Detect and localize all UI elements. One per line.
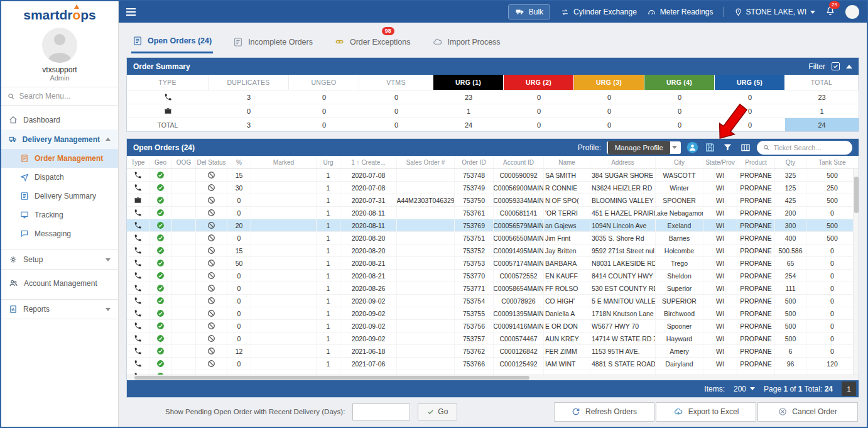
vertical-scrollbar[interactable] [853, 169, 859, 375]
tracking-monitor-icon [20, 211, 29, 219]
ticket-search[interactable] [757, 141, 852, 155]
orders-column-header[interactable]: Sales Order # [397, 156, 455, 168]
orders-column-header[interactable]: Product [737, 156, 775, 168]
order-cell-marked [251, 320, 317, 332]
bulk-button[interactable]: Bulk [508, 4, 550, 19]
order-row[interactable]: 012020-07-31A44M2303T046329753750C000593… [127, 194, 859, 207]
orders-column-header[interactable]: % [227, 156, 251, 168]
order-row[interactable]: 012020-09-02753757C000574467AUN KREY1471… [127, 332, 859, 345]
horizontal-scrollbar-thumb[interactable] [134, 376, 529, 380]
order-cell-qty: 200 [775, 207, 806, 219]
sidebar-item-dashboard[interactable]: Dashboard [1, 111, 118, 129]
pending-days-input[interactable] [352, 403, 410, 420]
order-cell-del_status [196, 370, 227, 375]
order-cell-sales_order [397, 370, 455, 375]
order-row[interactable]: 012021-07-06753766C000125492IAM WINT4881… [127, 358, 859, 370]
sidebar-item-reports[interactable]: Reports [1, 299, 118, 319]
order-row[interactable]: 012020-08-21753770C000572552EN KAUFF8414… [127, 270, 859, 282]
order-row[interactable]: 012020-09-02753754C00078926CO HIGH'5 E M… [127, 295, 859, 307]
sidebar-item-setup[interactable]: Setup [1, 250, 118, 270]
order-cell-del_status [196, 207, 227, 219]
export-to-excel-button[interactable]: Export to Excel [656, 402, 756, 422]
order-row[interactable]: 012020-08-26753771C00058654MAINFF ROLSO5… [127, 282, 859, 295]
filter-checkbox[interactable] [832, 62, 840, 70]
orders-column-header[interactable]: Geo [149, 156, 172, 168]
orders-column-header[interactable]: State/Prov [703, 156, 737, 168]
menu-search-input[interactable] [19, 92, 112, 101]
order-row[interactable]: 2012020-08-11753769C00056579MAINan Gajew… [127, 219, 859, 232]
cancel-order-button[interactable]: Cancel Order [757, 402, 858, 422]
order-cell-qty: 6 [775, 345, 806, 357]
meter-readings-button[interactable]: Meter Readings [647, 8, 713, 16]
refresh-orders-button[interactable]: Refresh Orders [554, 402, 654, 422]
menu-search[interactable] [1, 87, 118, 106]
horizontal-scrollbar[interactable] [127, 375, 859, 380]
order-row[interactable]: 1512020-08-20753752C00091495MAINJay Brit… [127, 244, 859, 257]
order-row[interactable]: 012020-08-11753761C000581141'OR TERRI451… [127, 207, 859, 219]
manage-profile-button[interactable] [686, 141, 698, 153]
location-selector[interactable]: STONE LAKE, WI [734, 8, 815, 16]
orders-column-header[interactable]: Type [127, 156, 149, 168]
order-cell-geo [149, 345, 172, 357]
order-row[interactable]: 3012020-07-08753749C00056900MAINR CONNIE… [127, 182, 859, 194]
tab-incomplete-orders[interactable]: Incomplete Orders [232, 31, 314, 53]
tab-open-orders[interactable]: Open Orders (24) [131, 31, 213, 53]
order-cell-pct: 0 [227, 270, 251, 282]
orders-column-header[interactable]: Name [544, 156, 590, 168]
order-row[interactable]: 1512020-07-08753748C000590092SA SMITH384… [127, 169, 859, 182]
phone-icon [134, 297, 142, 305]
order-cell-qty: 500.586 [775, 244, 806, 256]
ticket-search-input[interactable] [774, 144, 847, 151]
order-cell-oog [172, 270, 196, 282]
order-cell-name: EN KAUFF [544, 270, 590, 282]
order-row[interactable]: 012020-09-02753755C00091395MAINDaniella … [127, 307, 859, 320]
sidebar-item-messaging[interactable]: Messaging [1, 224, 118, 243]
orders-column-header[interactable]: 1 ↑ Create... [340, 156, 397, 168]
order-cell-address: 14714 W STATE RD 77 [590, 332, 656, 344]
order-row[interactable] [127, 370, 859, 375]
tab-order-exceptions[interactable]: Order Exceptions 98 [333, 31, 412, 53]
profile-avatar-button[interactable] [845, 5, 859, 19]
orders-column-header[interactable]: City [656, 156, 703, 168]
save-profile-button[interactable] [704, 141, 716, 153]
sidebar-item-delivery-summary[interactable]: Delivery Summary [1, 187, 118, 206]
orders-column-header[interactable]: Tank Size [806, 156, 859, 168]
go-button[interactable]: Go [418, 403, 457, 420]
order-cell-type [127, 345, 149, 357]
orders-column-header[interactable]: Del Status [196, 156, 227, 168]
location-pin-icon [734, 8, 742, 16]
orders-column-header[interactable]: Order ID [455, 156, 494, 168]
blocked-status-icon [207, 272, 215, 280]
cylinder-exchange-button[interactable]: Cylinder Exchange [560, 8, 637, 16]
sidebar-item-order-management[interactable]: Order Management [1, 149, 118, 168]
collapse-panel-icon[interactable] [846, 65, 852, 69]
sidebar-item-account-management[interactable]: Account Management [1, 273, 118, 293]
orders-column-header[interactable]: Account ID [494, 156, 544, 168]
orders-column-header[interactable]: OOG [172, 156, 196, 168]
filter-grid-button[interactable] [722, 141, 734, 153]
order-row[interactable]: 012020-08-20753751C00056550MAINJim Frint… [127, 232, 859, 244]
order-row[interactable]: 1212021-06-18753762C000126842FER ZIMM115… [127, 345, 859, 358]
order-cell-address: N8031 LAKESIDE RD [590, 257, 656, 269]
scheduled-order-icon [164, 107, 172, 115]
orders-column-header[interactable]: Marked [251, 156, 317, 168]
page-1-button[interactable]: 1 [842, 381, 856, 396]
orders-column-header[interactable]: Qty [775, 156, 806, 168]
summary-value-cell: 24 [785, 118, 859, 131]
sidebar-item-dispatch[interactable]: Dispatch [1, 168, 118, 187]
notifications-button[interactable]: 29 [825, 6, 835, 18]
summary-value-cell: 0 [359, 104, 433, 118]
sidebar-item-tracking[interactable]: Tracking [1, 206, 118, 224]
tab-import-process[interactable]: Import Process [431, 31, 502, 53]
orders-column-header[interactable]: Urg [317, 156, 340, 168]
column-settings-button[interactable] [739, 141, 751, 153]
topbar: Bulk Cylinder Exchange Meter Readings ST… [119, 1, 867, 23]
sidebar-item-delivery-management[interactable]: Delivery Management [1, 129, 118, 149]
orders-column-header[interactable]: Address [590, 156, 656, 168]
order-cell-oog [172, 257, 196, 269]
items-per-page-dropdown[interactable]: 200 [734, 385, 755, 393]
hamburger-menu-icon[interactable] [126, 8, 136, 16]
order-row[interactable]: 012020-09-02753756C00091416MAINE OR DONW… [127, 320, 859, 332]
order-row[interactable]: 5012020-08-21753753C00057174MAINBARBARAN… [127, 257, 859, 270]
vertical-scrollbar-thumb[interactable] [854, 177, 859, 213]
